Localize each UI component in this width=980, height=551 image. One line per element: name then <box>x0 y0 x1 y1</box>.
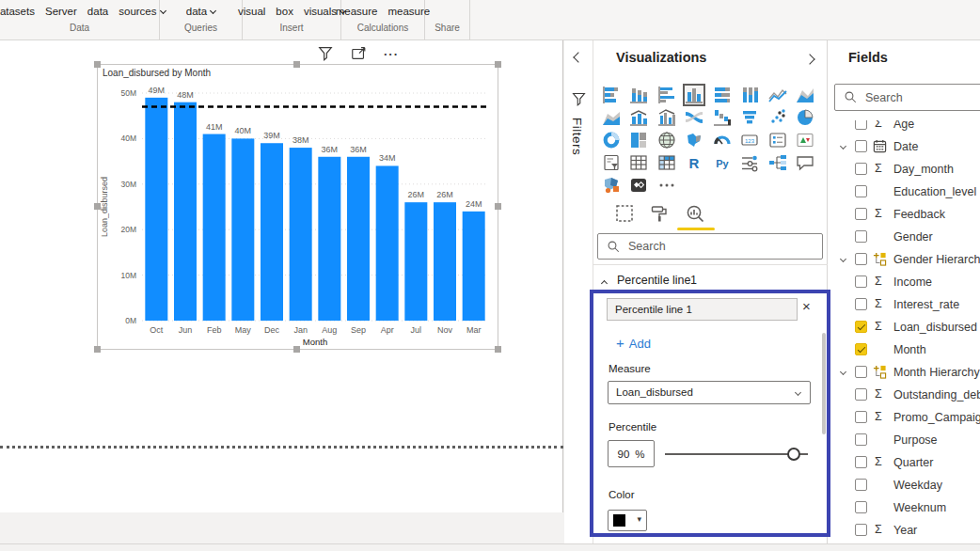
tab-analytics[interactable] <box>684 202 706 225</box>
field-item-outstanding-debt[interactable]: ΣOutstanding_debt <box>828 384 980 406</box>
ribbon-button-box[interactable]: box <box>276 6 293 17</box>
resize-handle-e[interactable] <box>495 203 501 210</box>
resize-handle-ne[interactable] <box>495 61 501 68</box>
viz-type-line-chart-icon[interactable] <box>767 84 789 106</box>
viz-type-card-icon[interactable]: 123 <box>738 129 761 151</box>
viz-type-decomposition-tree-icon[interactable] <box>767 151 789 174</box>
analytics-search-input[interactable]: Search <box>597 233 823 260</box>
field-checkbox[interactable] <box>855 433 867 446</box>
resize-handle-se[interactable] <box>495 346 501 353</box>
more-options-icon[interactable]: ··· <box>382 45 401 62</box>
field-checkbox[interactable] <box>855 343 867 355</box>
field-checkbox[interactable] <box>855 163 867 175</box>
field-item-month[interactable]: Month <box>828 338 980 361</box>
viz-type-key-influencers-icon[interactable] <box>738 151 761 174</box>
viz-type-table-icon[interactable] <box>627 151 650 174</box>
field-item-promo-campaign[interactable]: ΣPromo_Campaign <box>828 406 980 429</box>
viz-type-stacked-column-chart-icon[interactable] <box>627 84 650 106</box>
field-checkbox[interactable] <box>855 479 867 491</box>
viz-type-clustered-column-chart-icon[interactable] <box>683 84 705 106</box>
expand-filters-chevron-icon[interactable] <box>573 52 583 62</box>
field-checkbox[interactable] <box>855 253 867 265</box>
field-item-interest-rate[interactable]: ΣInterest_rate <box>828 293 980 316</box>
fields-search-input[interactable]: Search <box>834 84 980 111</box>
ribbon-button-sources[interactable]: sources <box>119 6 165 17</box>
measure-dropdown[interactable]: Loan_disbursed <box>608 381 811 404</box>
percentile-line-name-input[interactable] <box>607 298 798 321</box>
field-checkbox[interactable] <box>855 208 867 220</box>
viz-type-slicer-icon[interactable] <box>600 151 623 174</box>
viz-type-r-script-visual-icon[interactable]: R <box>683 151 705 174</box>
resize-handle-sw[interactable] <box>94 346 101 353</box>
report-canvas[interactable]: ··· Loan_disbursed by Month 0M10M20M30M4… <box>0 40 563 512</box>
viz-type-stacked-bar-chart-icon[interactable] <box>600 84 623 106</box>
viz-type-arcgis-map-icon[interactable] <box>600 174 623 197</box>
remove-percentile-line-button[interactable]: × <box>802 298 811 314</box>
percentile-value-input[interactable]: 90 % <box>608 440 655 467</box>
field-item-loan-disbursed[interactable]: ΣLoan_disbursed <box>828 316 980 338</box>
field-item-gender-hierarchy[interactable]: Gender Hierarchy <box>828 248 980 271</box>
viz-type-multi-row-card-icon[interactable] <box>767 129 789 151</box>
field-checkbox[interactable] <box>855 120 867 130</box>
viz-type-funnel-chart-icon[interactable] <box>738 106 761 129</box>
expand-chevron-icon[interactable] <box>840 143 846 150</box>
field-checkbox[interactable] <box>855 185 867 197</box>
field-item-education-level[interactable]: Education_level <box>828 181 980 203</box>
viz-type-power-automate-icon[interactable] <box>627 174 650 197</box>
percentile-line-section-header[interactable]: Percentile line 1 <box>593 272 828 291</box>
viz-type-100-stacked-bar-chart-icon[interactable] <box>711 84 734 106</box>
resize-handle-n[interactable] <box>293 61 300 68</box>
expand-chevron-icon[interactable] <box>840 256 846 262</box>
viz-type-get-more-visuals-icon[interactable] <box>656 174 678 197</box>
color-picker-dropdown[interactable]: ▾ <box>608 510 647 531</box>
viz-type-line-and-clustered-column-chart-icon[interactable] <box>656 106 678 129</box>
field-item-weekday[interactable]: Weekday <box>828 474 980 496</box>
viz-type-stacked-area-chart-icon[interactable] <box>600 106 623 129</box>
ribbon-button-data[interactable]: data <box>186 6 215 17</box>
field-item-day-month[interactable]: ΣDay_month <box>828 158 980 181</box>
viz-type-ribbon-chart-icon[interactable] <box>683 106 705 129</box>
ribbon-button-Server[interactable]: Server <box>45 6 77 17</box>
card-scrollbar[interactable] <box>822 333 826 434</box>
field-item-gender[interactable]: Gender <box>828 226 980 248</box>
viz-type-q-and-a-icon[interactable] <box>794 151 816 174</box>
bar-chart-visual[interactable]: Loan_disbursed by Month 0M10M20M30M40M50… <box>97 64 498 350</box>
field-item-year[interactable]: ΣYear <box>828 519 980 542</box>
collapse-visualizations-chevron-icon[interactable] <box>804 54 814 64</box>
field-item-weeknum[interactable]: Weeknum <box>828 496 980 519</box>
tab-fields[interactable] <box>613 202 636 225</box>
expand-chevron-icon[interactable] <box>840 369 846 375</box>
add-percentile-line-button[interactable]: +Add <box>616 335 651 351</box>
viz-type-line-and-stacked-column-chart-icon[interactable] <box>627 106 650 129</box>
field-checkbox[interactable] <box>855 140 867 152</box>
viz-type-area-chart-icon[interactable] <box>794 84 816 106</box>
viz-type-donut-chart-icon[interactable] <box>600 129 623 151</box>
field-item-month-hierarchy[interactable]: Month Hierarchy <box>828 361 980 384</box>
field-checkbox[interactable] <box>855 388 867 401</box>
field-checkbox[interactable] <box>855 501 867 513</box>
viz-type-scatter-chart-icon[interactable] <box>767 106 789 129</box>
viz-type-python-visual-icon[interactable]: Py <box>711 151 734 174</box>
field-checkbox[interactable] <box>855 456 867 468</box>
percentile-slider-handle[interactable] <box>787 448 800 461</box>
field-item-income[interactable]: ΣIncome <box>828 271 980 293</box>
ribbon-button-datasets[interactable]: datasets <box>0 6 35 17</box>
resize-handle-nw[interactable] <box>94 61 101 68</box>
field-checkbox[interactable] <box>855 230 867 243</box>
field-checkbox[interactable] <box>855 366 867 378</box>
viz-type-pie-chart-icon[interactable] <box>794 106 816 129</box>
viz-type-treemap-icon[interactable] <box>627 129 650 151</box>
field-checkbox[interactable] <box>855 411 867 423</box>
resize-handle-w[interactable] <box>94 203 101 210</box>
field-item-feedback[interactable]: ΣFeedback <box>828 203 980 226</box>
viz-type-clustered-bar-chart-icon[interactable] <box>656 84 678 106</box>
ribbon-button-visual[interactable]: visual <box>238 6 265 17</box>
field-item-date[interactable]: Date <box>828 135 980 158</box>
filters-funnel-icon[interactable] <box>571 91 587 111</box>
field-checkbox[interactable] <box>855 524 867 536</box>
ribbon-button-measure[interactable]: measure <box>388 6 431 17</box>
tab-format[interactable] <box>648 202 671 225</box>
viz-type-gauge-icon[interactable] <box>711 129 734 151</box>
field-checkbox[interactable] <box>855 276 867 288</box>
field-item-quarter[interactable]: ΣQuarter <box>828 451 980 474</box>
